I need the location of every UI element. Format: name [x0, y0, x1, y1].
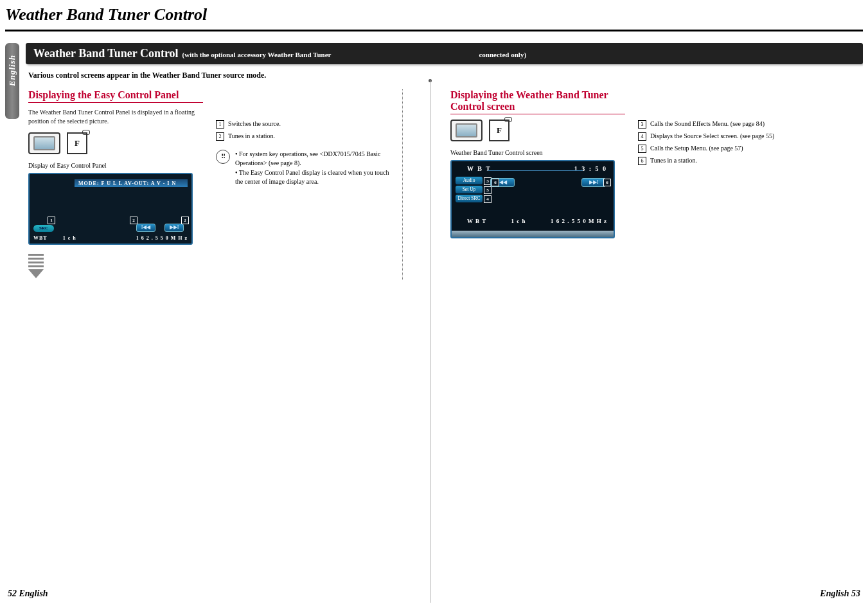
legend-item: 5 Calls the Setup Menu. (see page 57) — [638, 145, 831, 153]
callout-number: 3 — [638, 120, 646, 129]
src-button[interactable]: SRC — [33, 225, 54, 232]
callout-box: 4 — [484, 195, 492, 203]
legend-text: Tunes in a station. — [228, 132, 275, 139]
section-header-bar: Weather Band Tuner Control (with the opt… — [26, 43, 863, 64]
legend-item: 1 Switches the source. — [216, 120, 396, 129]
rule-red — [28, 102, 203, 103]
callout-box: 6 — [492, 179, 499, 186]
note-icon: ⠿ — [216, 150, 230, 164]
legend-text: Calls the Setup Menu. (see page 57) — [650, 145, 743, 152]
f-key-icon: F — [67, 132, 87, 154]
status-line: WBT 1 c h 1 6 2 . 5 5 0 M H z — [33, 235, 188, 241]
rule — [5, 30, 863, 31]
easy-panel-desc: The Weather Band Tuner Control Panel is … — [28, 108, 203, 126]
status-line: W B T 1 c h 1 6 2 . 5 5 0 M H z — [467, 218, 607, 224]
legend-item: 2 Tunes in a station. — [216, 132, 396, 141]
tune-prev-button[interactable]: I◀◀ — [136, 224, 155, 232]
callout-box: 5 — [484, 186, 492, 194]
wbt-screen-heading: Displaying the Weather Band Tuner Contro… — [450, 89, 625, 112]
note-text: For system key operations, see <DDX7015/… — [235, 150, 396, 167]
status-channel: 1 c h — [511, 218, 526, 224]
mode-bar: MODE: F U L L AV-OUT: A V - I N — [75, 179, 188, 187]
legend-item: 6 Tunes in a station. — [638, 157, 831, 165]
callout-number: 4 — [638, 132, 646, 141]
status-channel: 1 c h — [63, 235, 76, 241]
section-title: Weather Band Tuner Control — [33, 47, 179, 60]
callout-number: 6 — [638, 157, 646, 165]
down-arrow-icon — [28, 254, 44, 278]
direct-src-button[interactable]: Direct SRC — [456, 195, 483, 202]
legend-text: Tunes in a station. — [650, 157, 697, 164]
language-tab-text: English — [7, 55, 17, 86]
wbt-control-screen-display: W B T 1 3 : 5 0 Audio 3 Set Up 5 Direct … — [450, 160, 615, 238]
easy-panel-caption: Display of Easy Control Panel — [28, 162, 203, 169]
page-title: Weather Band Tuner Control — [5, 5, 863, 24]
tune-next-button[interactable]: ▶▶I — [164, 224, 184, 232]
callout-box: 1 — [48, 217, 55, 224]
easy-control-panel-display: MODE: F U L L AV-OUT: A V - I N SRC 1 I◀… — [28, 173, 193, 245]
callout-number: 5 — [638, 145, 646, 153]
callout-box: 2 — [181, 217, 189, 224]
legend-text: Calls the Sound Effects Menu. (see page … — [650, 120, 765, 127]
callout-number: 1 — [216, 120, 224, 129]
section-subtitle: (with the optional accessory Weather Ban… — [182, 51, 332, 58]
page-number-right: English 53 — [820, 589, 860, 599]
section-subtitle-2: connected only) — [479, 51, 526, 58]
legend-text: Switches the source. — [228, 120, 281, 127]
tune-next-button[interactable]: ▶▶I — [581, 178, 606, 187]
language-tab: English — [5, 43, 19, 119]
intro-text: Various control screens appear in the We… — [28, 71, 860, 80]
legend-item: 3 Calls the Sound Effects Menu. (see pag… — [638, 120, 831, 129]
callout-box: 6 — [603, 179, 611, 186]
callout-number: 2 — [216, 132, 224, 141]
note-text: The Easy Control Panel display is cleare… — [235, 168, 396, 186]
legend-item: 4 Displays the Source Select screen. (se… — [638, 132, 831, 141]
callout-box: 2 — [130, 217, 137, 224]
screen-time: 1 3 : 5 0 — [574, 165, 607, 172]
screen-footer-bar — [452, 231, 614, 237]
f-key-icon: F — [489, 120, 509, 141]
page-number-left: 52 English — [8, 589, 48, 599]
easy-panel-heading: Displaying the Easy Control Panel — [28, 89, 203, 101]
status-wbt: W B T — [467, 218, 486, 224]
legend-text: Displays the Source Select screen. (see … — [650, 132, 774, 139]
status-wbt: WBT — [33, 235, 48, 241]
screen-top-label: W B T — [467, 165, 492, 172]
status-freq: 1 6 2 . 5 5 0 M H z — [136, 235, 188, 241]
audio-button[interactable]: Audio — [456, 177, 483, 184]
setup-button[interactable]: Set Up — [456, 186, 483, 193]
status-freq: 1 6 2 . 5 5 0 M H z — [551, 218, 607, 224]
device-icon — [450, 120, 483, 141]
rule-red — [450, 114, 625, 114]
device-icon — [28, 132, 60, 154]
wbt-screen-caption: Weather Band Tuner Control screen — [450, 149, 625, 156]
